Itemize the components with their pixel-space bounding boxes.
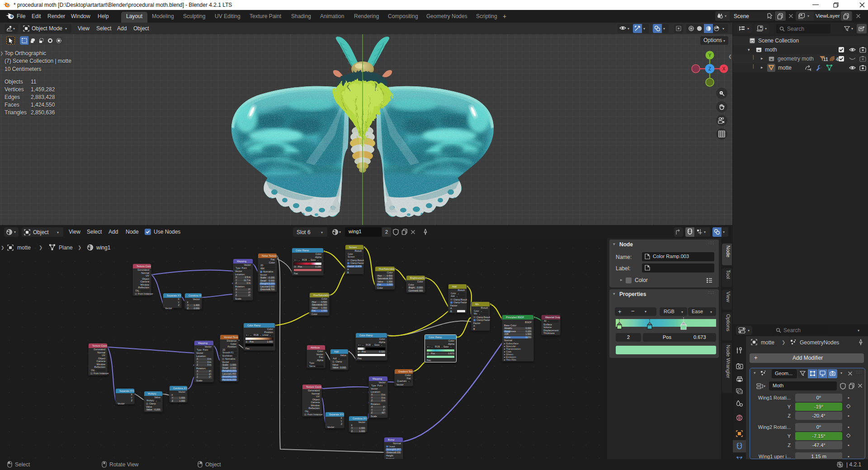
svg-text:Y: Y <box>708 53 712 58</box>
svg-text:X: X <box>722 66 726 71</box>
svg-text:Z: Z <box>708 66 711 71</box>
